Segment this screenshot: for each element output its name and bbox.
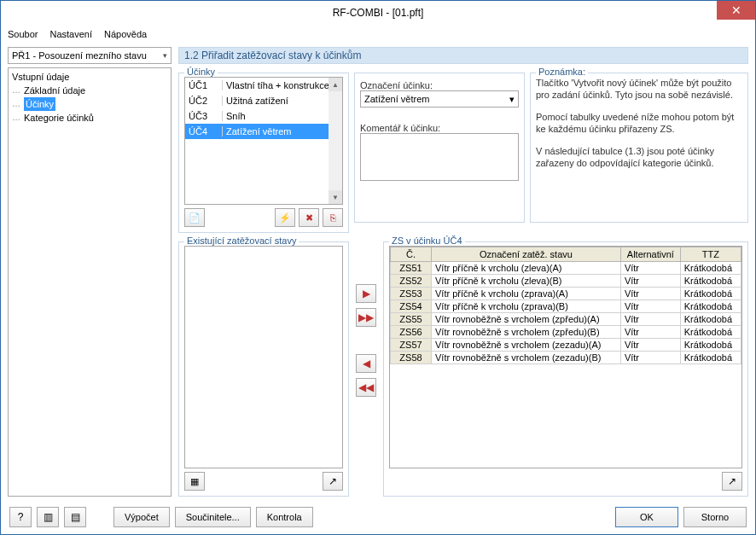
nav-tree[interactable]: Vstupní údaje Základní údajeÚčinkyKatego… [8, 67, 172, 497]
effects-label: Účinky [184, 67, 218, 77]
menu-settings[interactable]: Nastavení [49, 29, 92, 39]
add-all-button[interactable]: ▶▶ [356, 308, 376, 327]
ok-button[interactable]: OK [615, 507, 678, 527]
list-pick-button[interactable]: ↗ [323, 472, 343, 491]
app-window: RF-COMBI - [01.pft] ✕ Soubor Nastavení N… [0, 0, 756, 535]
tree-root[interactable]: Vstupní údaje [12, 70, 167, 84]
zs-row[interactable]: ZS52Vítr příčně k vrcholu (zleva)(B)Vítr… [391, 275, 741, 288]
copy-icon: ⎘ [330, 212, 336, 223]
delete-icon: ✖ [305, 212, 313, 224]
zs-col-ttz[interactable]: TTZ [680, 247, 741, 262]
note-p3: V následující tabulce (1.3) jsou poté úč… [536, 145, 742, 169]
menu-help[interactable]: Nápověda [104, 29, 147, 39]
zs-row[interactable]: ZS58Vítr rovnoběžně s vrcholem (zezadu)(… [391, 352, 741, 364]
close-button[interactable]: ✕ [717, 1, 755, 20]
check-button[interactable]: Kontrola [256, 507, 313, 527]
note-p2: Pomocí tabulky uvedené níže mohou potom … [536, 111, 742, 135]
auto-button[interactable]: ⚡ [275, 208, 295, 227]
delete-effect-button[interactable]: ✖ [299, 208, 319, 227]
zs-row[interactable]: ZS56Vítr rovnoběžně s vrcholem (zpředu)(… [391, 326, 741, 339]
case-selector-value: PŘ1 - Posouzení mezního stavu [12, 50, 147, 61]
help-button[interactable]: ? [9, 507, 32, 527]
existing-loadcases-list[interactable] [184, 246, 343, 468]
zs-col-name[interactable]: Označení zatěž. stavu [432, 247, 621, 262]
effects-table[interactable]: ÚČ1Vlastní tíha + konstrukce střecÚČ2Uži… [184, 77, 343, 205]
effect-name-combo[interactable]: Zatížení větrem ▾ [360, 90, 519, 108]
scroll-up-icon[interactable]: ▲ [329, 78, 342, 91]
calculate-button[interactable]: Výpočet [113, 507, 170, 527]
zs-row[interactable]: ZS51Vítr příčně k vrcholu (zleva)(A)Vítr… [391, 262, 741, 275]
zs-row[interactable]: ZS54Vítr příčně k vrcholu (zprava)(B)Vít… [391, 300, 741, 313]
layers-icon: ▦ [190, 476, 199, 487]
add-one-button[interactable]: ▶ [356, 284, 376, 303]
list-details-button[interactable]: ▦ [184, 472, 205, 491]
zs-label: ZS v účinku ÚČ4 [389, 236, 465, 246]
coefficients-button[interactable]: Součinitele... [175, 507, 251, 527]
effect-row[interactable]: ÚČ3Sníh [185, 108, 342, 124]
effect-name-value: Zatížení větrem [364, 94, 429, 104]
existing-label: Existující zatěžovací stavy [184, 236, 299, 246]
effect-details: Označení účinku: Zatížení větrem ▾ Komen… [354, 67, 525, 233]
zs-col-alt[interactable]: Alternativní [620, 247, 680, 262]
tree-item[interactable]: Kategorie účinků [12, 111, 167, 125]
section-title: 1.2 Přiřadit zatěžovací stavy k účinkům [178, 47, 748, 64]
titlebar: RF-COMBI - [01.pft] ✕ [1, 1, 755, 25]
footer: ? ▥ ▤ Výpočet Součinitele... Kontrola OK… [1, 500, 755, 534]
menu-file[interactable]: Soubor [8, 29, 38, 39]
body: PŘ1 - Posouzení mezního stavu ▾ Vstupní … [1, 44, 755, 500]
tree-item[interactable]: Základní údaje [12, 84, 167, 97]
bolt-icon: ⚡ [279, 212, 291, 224]
left-pane: PŘ1 - Posouzení mezního stavu ▾ Vstupní … [1, 44, 175, 500]
transfer-buttons: ▶ ▶▶ ◀ ◀◀ [354, 236, 378, 497]
menubar: Soubor Nastavení Nápověda [1, 25, 755, 44]
right-pane: 1.2 Přiřadit zatěžovací stavy k účinkům … [175, 44, 755, 500]
remove-one-button[interactable]: ◀ [356, 354, 376, 373]
effect-row[interactable]: ÚČ1Vlastní tíha + konstrukce střec [185, 78, 342, 93]
window-title: RF-COMBI - [01.pft] [333, 7, 424, 19]
note-p1: Tlačítko 'Vytvořit nový účinek' může být… [536, 77, 742, 101]
chevron-down-icon: ▾ [509, 94, 515, 105]
tree-item[interactable]: Účinky [12, 97, 167, 111]
next-module-button[interactable]: ▤ [64, 507, 86, 527]
zs-row[interactable]: ZS55Vítr rovnoběžně s vrcholem (zpředu)(… [391, 313, 741, 326]
assigned-loadcases-panel: ZS v účinku ÚČ4 Č. Označení zatěž. stavu… [383, 236, 748, 497]
new-effect-button[interactable]: 📄 [184, 208, 205, 227]
remove-all-button[interactable]: ◀◀ [356, 378, 376, 397]
effects-scrollbar[interactable]: ▲ ▼ [329, 78, 342, 204]
effect-row[interactable]: ÚČ2Užitná zatížení [185, 93, 342, 108]
zs-row[interactable]: ZS57Vítr rovnoběžně s vrcholem (zezadu)(… [391, 339, 741, 352]
new-icon: 📄 [189, 212, 201, 224]
existing-loadcases-panel: Existující zatěžovací stavy ▦ ↗ [178, 236, 349, 497]
copy-effect-button[interactable]: ⎘ [323, 208, 343, 227]
zs-pick-button[interactable]: ↗ [722, 472, 742, 491]
case-selector[interactable]: PŘ1 - Posouzení mezního stavu ▾ [8, 47, 172, 64]
chevron-down-icon: ▾ [163, 51, 167, 60]
label-oznaceni: Označení účinku: [360, 80, 519, 90]
zs-table[interactable]: Č. Označení zatěž. stavu Alternativní TT… [389, 246, 742, 468]
effects-panel: Účinky ÚČ1Vlastní tíha + konstrukce stře… [178, 67, 349, 233]
scroll-down-icon[interactable]: ▼ [329, 190, 342, 204]
effect-comment-input[interactable] [360, 133, 519, 181]
effect-row[interactable]: ÚČ4Zatížení větrem [185, 124, 342, 139]
zs-col-num[interactable]: Č. [391, 247, 432, 262]
note-panel: Poznámka: Tlačítko 'Vytvořit nový účinek… [530, 67, 748, 233]
note-label: Poznámka: [536, 67, 588, 77]
zs-row[interactable]: ZS53Vítr příčně k vrcholu (zprava)(A)Vít… [391, 288, 741, 300]
cancel-button[interactable]: Storno [683, 507, 747, 527]
label-komentar: Komentář k účinku: [360, 123, 519, 133]
prev-module-button[interactable]: ▥ [37, 507, 59, 527]
